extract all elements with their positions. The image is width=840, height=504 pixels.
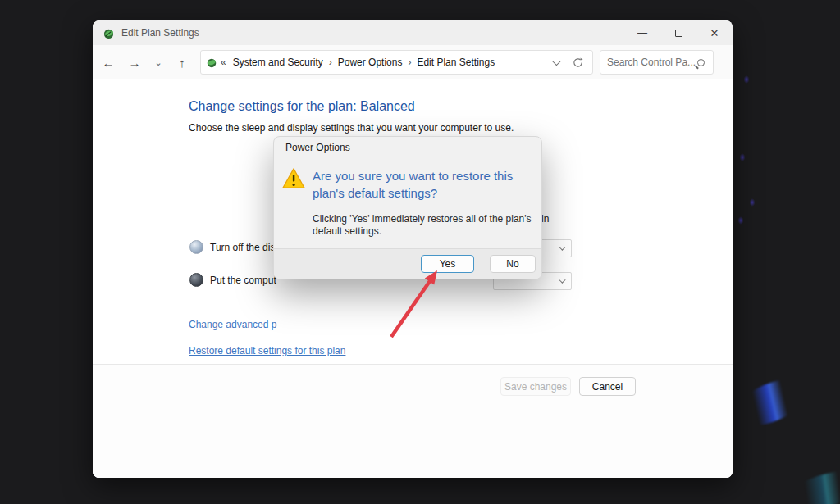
wallpaper-speck bbox=[737, 215, 745, 226]
address-dropdown-chevron-icon[interactable] bbox=[552, 57, 561, 66]
change-advanced-power-settings-link[interactable]: Change advanced p bbox=[189, 319, 276, 330]
setting-row-put-computer-to-sleep: Put the comput bbox=[189, 273, 276, 287]
window-footer: Save changes Cancel bbox=[93, 365, 733, 478]
search-input[interactable] bbox=[607, 57, 697, 68]
wallpaper-streak bbox=[728, 370, 815, 434]
setting-label: Put the comput bbox=[210, 275, 276, 286]
dialog-title: Power Options bbox=[285, 142, 350, 153]
sleep-icon bbox=[189, 273, 203, 287]
nav-button-group: ← → ⌄ ↑ bbox=[99, 56, 200, 70]
save-changes-button[interactable]: Save changes bbox=[500, 377, 571, 396]
up-icon[interactable]: ↑ bbox=[173, 56, 191, 70]
page-title: Change settings for the plan: Balanced bbox=[189, 99, 415, 114]
power-plan-icon bbox=[206, 57, 217, 68]
search-box[interactable] bbox=[600, 50, 714, 75]
maximize-button[interactable] bbox=[660, 20, 696, 45]
recent-pages-chevron-icon[interactable]: ⌄ bbox=[152, 57, 165, 68]
refresh-icon[interactable] bbox=[572, 57, 584, 69]
title-bar[interactable]: Edit Plan Settings — ✕ bbox=[93, 20, 733, 45]
chevron-down-icon bbox=[559, 276, 565, 283]
warning-icon bbox=[281, 167, 306, 190]
breadcrumb-item-edit-plan-settings[interactable]: Edit Plan Settings bbox=[414, 57, 497, 68]
breadcrumb-separator-icon: › bbox=[404, 57, 414, 68]
dialog-main-instruction: Are you sure you want to restore this pl… bbox=[313, 167, 541, 202]
breadcrumb-separator-icon: › bbox=[326, 57, 336, 68]
dialog-footer: Yes No bbox=[274, 248, 541, 279]
dialog-body-text: Clicking 'Yes' immediately restores all … bbox=[313, 213, 542, 238]
wallpaper-speck bbox=[748, 197, 756, 208]
breadcrumb-item-power-options[interactable]: Power Options bbox=[336, 57, 405, 68]
restore-default-settings-link[interactable]: Restore default settings for this plan bbox=[189, 345, 345, 356]
minimize-button[interactable]: — bbox=[624, 20, 660, 45]
wallpaper-speck bbox=[738, 152, 746, 163]
display-icon bbox=[189, 240, 203, 254]
window-title: Edit Plan Settings bbox=[121, 27, 624, 39]
setting-label: Turn off the dis bbox=[210, 242, 275, 253]
forward-icon[interactable]: → bbox=[126, 56, 144, 70]
no-button[interactable]: No bbox=[490, 255, 536, 273]
navigation-toolbar: ← → ⌄ ↑ « System and Security › Power Op… bbox=[93, 45, 733, 79]
power-options-dialog: Power Options Are you sure you want to r… bbox=[273, 136, 542, 279]
breadcrumb-item-system-and-security[interactable]: System and Security bbox=[231, 57, 326, 68]
breadcrumb-collapse-icon[interactable]: « bbox=[217, 57, 231, 68]
power-plan-icon bbox=[103, 27, 115, 39]
close-icon: ✕ bbox=[710, 27, 719, 39]
breadcrumb[interactable]: « System and Security › Power Options › … bbox=[200, 50, 593, 75]
search-icon bbox=[697, 59, 705, 66]
back-icon[interactable]: ← bbox=[99, 56, 117, 70]
cancel-button[interactable]: Cancel bbox=[579, 377, 636, 396]
maximize-icon bbox=[675, 30, 682, 37]
page-subtitle: Choose the sleep and display settings th… bbox=[189, 122, 514, 134]
setting-row-turn-off-display: Turn off the dis bbox=[189, 240, 275, 254]
minimize-icon: — bbox=[637, 27, 647, 39]
yes-button[interactable]: Yes bbox=[421, 255, 474, 273]
wallpaper-streak bbox=[775, 462, 840, 504]
plugged-in-column-header-fragment: in bbox=[541, 213, 549, 225]
chevron-down-icon bbox=[559, 243, 565, 250]
close-button[interactable]: ✕ bbox=[696, 20, 733, 45]
wallpaper-speck bbox=[742, 74, 751, 85]
